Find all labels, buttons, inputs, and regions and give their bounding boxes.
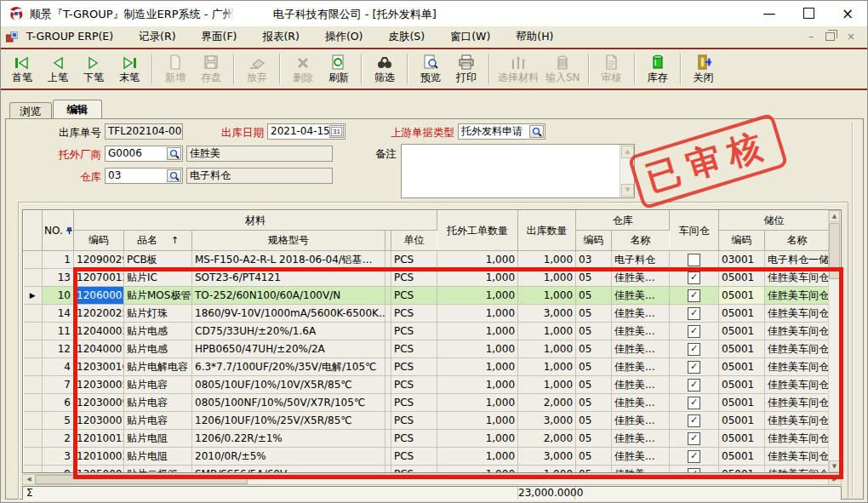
cell-unit[interactable]: PCS [391,340,437,358]
horizontal-scroll-thumb[interactable] [35,475,248,484]
cell-loc_code[interactable]: 05001 [719,448,765,466]
cell-wo_qty[interactable]: 1,000 [437,305,518,323]
cell-loc_name[interactable]: 佳胜美车间仓 [765,269,830,287]
row-indicator-cell[interactable] [24,323,43,340]
close-button[interactable]: × [833,1,862,26]
cell-name[interactable]: 贴片电容 [124,376,192,394]
workshop-checkbox-checked[interactable]: ✓ [688,361,700,374]
cell-name[interactable]: 贴片IC [124,269,192,287]
cell-name[interactable]: 贴片灯珠 [124,305,192,323]
cell-no[interactable]: 13 [43,269,74,287]
cell-wh_code[interactable]: 03 [576,251,612,269]
cell-unit[interactable]: PCS [391,412,437,430]
cell-workshop[interactable]: ✓ [670,412,719,430]
cell-name[interactable]: 贴片电容 [124,394,192,412]
cell-out_qty[interactable]: 1,000 [518,340,576,358]
menu-window[interactable]: 窗口(W) [450,30,490,43]
cell-loc_code[interactable]: 05001 [719,412,765,430]
cell-loc_name[interactable]: 佳胜美车间仓 [765,448,830,466]
cell-no[interactable]: 7 [43,376,74,394]
cell-loc_name[interactable]: 佳胜美车间仓 [765,358,830,376]
workshop-checkbox-checked[interactable]: ✓ [688,343,700,356]
cell-name[interactable]: 贴片MOS极管 [124,287,192,305]
cell-wh_name[interactable]: 佳胜美... [612,358,670,376]
cell-out_qty[interactable]: 1,000 [518,466,576,474]
cell-loc_name[interactable]: 佳胜美车间仓 [765,376,830,394]
cell-spec[interactable]: 1860/9V-10V/1000mA/5600K-6500K... [192,305,385,323]
cell-workshop[interactable]: ✓ [670,305,719,323]
workshop-checkbox-checked[interactable]: ✓ [688,379,700,392]
cell-unit[interactable]: PCS [391,251,437,269]
cell-no[interactable]: 6 [43,394,74,412]
cell-wo_qty[interactable]: 1,000 [437,358,518,376]
row-indicator-cell[interactable] [24,358,43,376]
cell-name[interactable]: PCB板 [124,251,192,269]
cell-spec[interactable]: 0805/100NF/10%/50V/X7R/105℃ [192,394,385,412]
vertical-scrollbar[interactable]: ▲ ▼ [828,210,841,472]
cell-wo_qty[interactable]: 1,000 [437,251,518,269]
cell-spec[interactable]: 6.3*7.7/100UF/20%/35V/电解/105℃ [192,358,385,376]
cell-out_qty[interactable]: 1,000 [518,358,576,376]
cell-wo_qty[interactable]: 1,000 [437,394,518,412]
cell-loc_name[interactable]: 佳胜美车间仓 [765,466,830,474]
remark-textarea[interactable]: ▲ ▼ [401,144,635,198]
cell-unit[interactable]: PCS [391,376,437,394]
cell-wh_code[interactable]: 05 [576,448,612,466]
cell-workshop[interactable]: ✓ [670,376,719,394]
cell-loc_name[interactable]: 佳胜美车间仓 [765,430,830,448]
cell-out_qty[interactable]: 1,000 [518,251,576,269]
cell-wh_name[interactable]: 佳胜美... [612,376,670,394]
horizontal-scrollbar[interactable]: ◀ ▶ [22,474,842,485]
header-unit[interactable]: 单位 [391,231,437,251]
scroll-up-icon[interactable]: ▲ [829,210,840,222]
workshop-checkbox-checked[interactable]: ✓ [688,289,700,302]
refresh-button[interactable]: 刷新 [321,50,357,88]
cell-workshop[interactable]: ✓ [670,287,719,305]
header-wh-name[interactable]: 名称 [612,231,670,251]
cell-wh_code[interactable]: 05 [576,358,612,376]
workshop-checkbox-checked[interactable]: ✓ [688,272,700,284]
cell-loc_code[interactable]: 05001 [719,376,765,394]
cell-spec[interactable]: HPB0650/47UH/±20%/2A [192,340,385,358]
cell-spec[interactable]: CD75/33UH/±20%/1.6A [192,323,385,340]
cell-no[interactable]: 12 [43,340,74,358]
row-indicator-cell[interactable] [24,269,43,287]
cell-code[interactable]: 12020025 [74,305,124,323]
cell-loc_code[interactable]: 05001 [719,394,765,412]
header-name[interactable]: 品名↑ [124,231,192,251]
cell-workshop[interactable]: ✓ [670,394,719,412]
menu-help[interactable]: 帮助(H) [516,30,553,43]
tab-edit[interactable]: 编辑 [53,100,102,119]
next-record-button[interactable]: 下笔 [76,50,111,88]
cell-wh_name[interactable]: 佳胜美... [612,340,670,358]
cell-out_qty[interactable]: 1,000 [518,269,576,287]
cell-wh_code[interactable]: 05 [576,430,612,448]
cell-loc_name[interactable]: 佳胜美车间仓 [765,340,830,358]
cell-wo_qty[interactable]: 1,000 [437,376,518,394]
cell-loc_name[interactable]: 佳胜美车间仓 [765,287,830,305]
cell-no[interactable]: 3 [43,448,74,466]
cell-loc_code[interactable]: 05001 [719,269,765,287]
warehouse-code-field[interactable]: 03 [105,168,183,184]
header-out-qty[interactable]: 出库数量 [518,211,576,251]
row-indicator-cell[interactable] [24,430,43,448]
cell-loc_code[interactable]: 05001 [719,466,765,474]
cell-unit[interactable]: PCS [391,287,437,305]
cell-loc_code[interactable]: 05001 [719,287,765,305]
cell-name[interactable]: 贴片电阻 [124,448,192,466]
cell-workshop[interactable]: ✓ [670,323,719,340]
cell-workshop[interactable]: ✓ [670,430,719,448]
workshop-checkbox-checked[interactable]: ✓ [688,432,700,445]
cell-code[interactable]: 12040002 [74,323,124,340]
cell-code[interactable]: 12010002 [74,448,124,466]
cell-no[interactable]: 4 [43,358,74,376]
cell-code[interactable]: 12010013 [74,430,124,448]
cell-wo_qty[interactable]: 1,000 [437,466,518,474]
cell-spec[interactable]: 1206/10UF/10%/25V/X5R/85℃ [192,412,385,430]
workshop-checkbox-checked[interactable]: ✓ [688,414,700,427]
header-workshop[interactable]: 车间仓 [670,211,719,251]
cell-spec[interactable]: MS-F150-A2-R-L 2018-06-04/铝基... [192,251,385,269]
cell-no[interactable]: 2 [43,430,74,448]
cell-loc_code[interactable]: 05001 [719,323,765,340]
cell-no[interactable]: 9 [43,466,74,474]
